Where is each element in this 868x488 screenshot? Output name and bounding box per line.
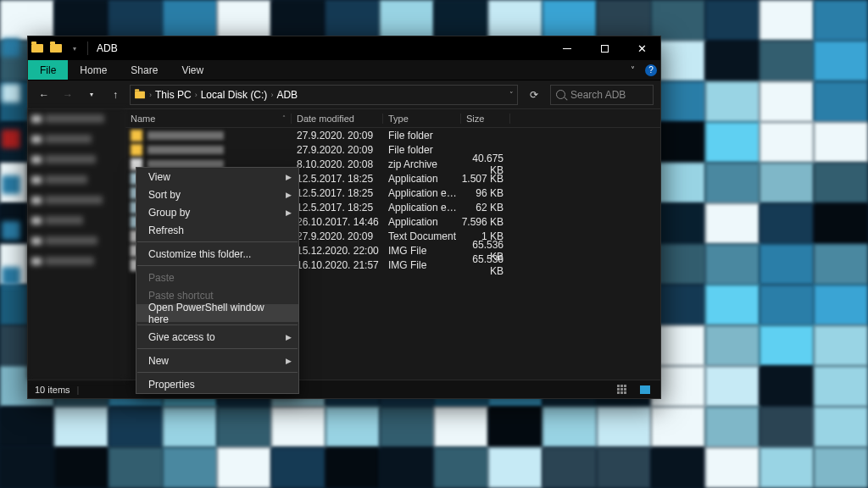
menu-item[interactable]: Open PowerShell window here — [136, 304, 298, 322]
minimize-button[interactable] — [548, 36, 586, 60]
file-type: Application exten... — [383, 187, 461, 199]
chevron-right-icon: ▶ — [286, 357, 292, 365]
item-count: 10 items — [35, 385, 70, 395]
column-size[interactable]: Size — [461, 114, 510, 124]
address-dropdown-icon[interactable]: ˅ — [509, 91, 514, 99]
file-type: Application — [383, 216, 461, 228]
file-date: 16.10.2020. 21:57 — [292, 259, 383, 271]
breadcrumb[interactable]: ADB — [276, 89, 298, 101]
search-icon — [556, 90, 565, 99]
chevron-right-icon: › — [149, 91, 152, 99]
status-bar: 10 items | — [28, 380, 660, 398]
chevron-right-icon: ▶ — [286, 191, 292, 199]
menu-item: Paste — [136, 269, 298, 286]
up-button[interactable]: ↑ — [106, 86, 125, 104]
sort-indicator-icon: ˄ — [282, 114, 286, 122]
ribbon-tabs: File Home Share View ˅ ? — [28, 60, 660, 80]
file-explorer-window: ▾ ADB ✕ File Home Share View ˅ ? ← → ▾ ↑… — [27, 36, 661, 399]
ribbon-collapse-icon[interactable]: ˅ — [623, 60, 642, 80]
file-date: 27.9.2020. 20:09 — [292, 230, 383, 242]
recent-locations-icon[interactable]: ▾ — [82, 86, 101, 104]
folder-icon — [135, 91, 145, 98]
back-button[interactable]: ← — [35, 86, 53, 104]
folder-icon — [28, 36, 47, 60]
file-date: 12.5.2017. 18:25 — [292, 187, 383, 199]
tab-share[interactable]: Share — [119, 60, 170, 80]
file-type: IMG File — [383, 259, 461, 271]
title-bar[interactable]: ▾ ADB ✕ — [28, 36, 660, 60]
chevron-right-icon: ▶ — [286, 333, 292, 341]
menu-item[interactable]: Properties — [136, 375, 298, 393]
menu-item[interactable]: Refresh — [136, 221, 298, 239]
file-date: 12.5.2017. 18:25 — [292, 173, 383, 185]
file-type: zip Archive — [383, 158, 461, 170]
table-row[interactable]: 27.9.2020. 20:09File folder — [125, 128, 660, 142]
file-type: File folder — [383, 144, 461, 156]
file-type: Application — [383, 173, 461, 185]
navigation-bar: ← → ▾ ↑ › This PC › Local Disk (C:) › AD… — [28, 80, 660, 109]
address-bar[interactable]: › This PC › Local Disk (C:) › ADB ˅ — [130, 85, 518, 105]
menu-item[interactable]: Group by▶ — [136, 203, 298, 221]
file-name-redacted — [147, 131, 224, 140]
file-size: 96 KB — [461, 187, 510, 199]
column-date[interactable]: Date modified — [292, 114, 383, 124]
menu-separator — [137, 348, 298, 349]
breadcrumb[interactable]: Local Disk (C:) — [201, 89, 268, 101]
menu-item[interactable]: Customize this folder... — [136, 245, 298, 263]
file-name-redacted — [147, 146, 224, 154]
file-icon — [131, 144, 142, 156]
table-row[interactable]: 27.9.2020. 20:09File folder — [125, 142, 660, 157]
file-tab[interactable]: File — [28, 60, 68, 80]
file-date: 15.12.2020. 22:00 — [292, 245, 383, 257]
file-size: 65.536 KB — [461, 253, 510, 277]
file-date: 27.9.2020. 20:09 — [292, 130, 383, 141]
menu-separator — [137, 241, 298, 242]
context-menu[interactable]: View▶Sort by▶Group by▶RefreshCustomize t… — [136, 167, 299, 394]
menu-separator — [137, 372, 298, 373]
search-input[interactable]: Search ADB — [550, 85, 654, 105]
refresh-button[interactable]: ⟳ — [523, 85, 545, 105]
file-date: 12.5.2017. 18:25 — [292, 202, 383, 214]
forward-button[interactable]: → — [58, 86, 77, 104]
column-headers[interactable]: Name ˄ Date modified Type Size — [125, 109, 660, 128]
menu-item[interactable]: Sort by▶ — [136, 186, 298, 203]
tab-view[interactable]: View — [170, 60, 215, 80]
chevron-right-icon: ▶ — [286, 208, 292, 217]
menu-item[interactable]: View▶ — [136, 168, 298, 186]
menu-separator — [137, 265, 298, 266]
window-title: ADB — [97, 42, 118, 54]
title-divider — [87, 42, 88, 55]
file-type: Text Document — [383, 230, 461, 242]
navigation-pane[interactable] — [28, 109, 125, 380]
file-size: 1.507 KB — [461, 173, 510, 185]
file-size: 62 KB — [461, 202, 510, 214]
menu-item[interactable]: New▶ — [136, 352, 298, 369]
file-date: 27.9.2020. 20:09 — [292, 144, 383, 156]
file-type: File folder — [383, 130, 461, 141]
close-button[interactable]: ✕ — [623, 36, 660, 60]
desktop-icons — [2, 38, 25, 286]
search-placeholder: Search ADB — [570, 89, 626, 101]
qat-properties-icon[interactable] — [47, 36, 65, 60]
file-icon — [131, 130, 142, 141]
details-view-button[interactable] — [613, 383, 630, 396]
chevron-right-icon: ▶ — [286, 173, 292, 181]
file-type: IMG File — [383, 245, 461, 257]
file-date: 8.10.2020. 20:08 — [292, 158, 383, 170]
file-type: Application exten... — [383, 202, 461, 214]
maximize-button[interactable] — [586, 36, 623, 60]
help-icon[interactable]: ? — [642, 60, 660, 80]
chevron-right-icon: › — [195, 91, 198, 99]
file-date: 26.10.2017. 14:46 — [292, 216, 383, 228]
column-name[interactable]: Name ˄ — [125, 114, 292, 124]
menu-item[interactable]: Give access to▶ — [136, 328, 298, 346]
tab-home[interactable]: Home — [68, 60, 119, 80]
large-icons-view-button[interactable] — [637, 383, 654, 396]
chevron-right-icon: › — [270, 91, 273, 99]
file-size: 7.596 KB — [461, 216, 510, 228]
breadcrumb[interactable]: This PC — [155, 89, 192, 101]
qat-dropdown-icon[interactable]: ▾ — [65, 36, 84, 60]
column-type[interactable]: Type — [383, 114, 461, 124]
